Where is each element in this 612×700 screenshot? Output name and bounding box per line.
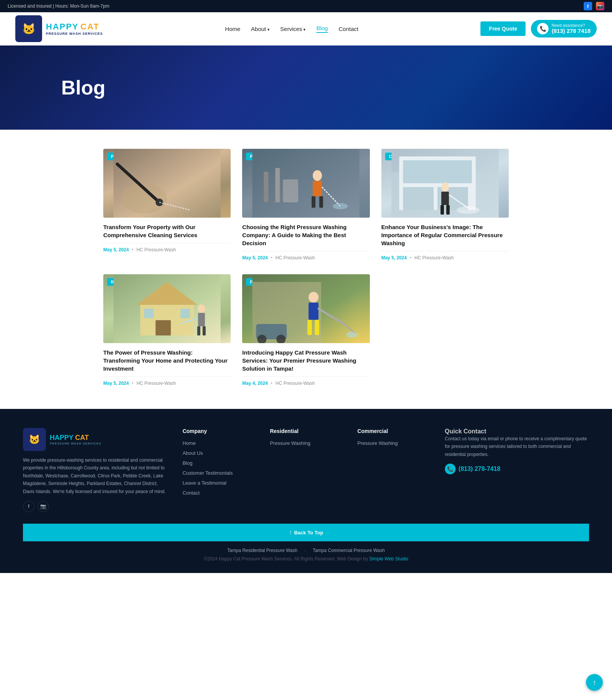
- logo-cat: CAT: [80, 22, 99, 31]
- logo-image: 🐱: [15, 15, 42, 42]
- logo-text: HAPPY CAT PRESSURE WASH SERVICES: [46, 22, 103, 36]
- footer-company-link[interactable]: Contact: [182, 490, 200, 496]
- footer-residential-link[interactable]: Pressure Washing: [270, 440, 311, 446]
- phone-icon: 📞: [537, 23, 549, 34]
- blog-card-image: Pressure Washing: [242, 274, 369, 343]
- blog-card[interactable]: Commercial Pressure Washing Enhance Your…: [381, 149, 509, 260]
- logo-area[interactable]: 🐱 HAPPY CAT PRESSURE WASH SERVICES: [15, 15, 103, 42]
- footer-quick-contact-desc: Contact us today via email or phone to r…: [445, 435, 589, 458]
- blog-grid: Pressure Washing Transform Your Property…: [103, 149, 509, 386]
- blog-card-image: Residential Pressure Washing: [103, 274, 231, 343]
- footer-quick-contact-title: Quick Contact: [445, 428, 589, 435]
- header: 🐱 HAPPY CAT PRESSURE WASH SERVICES Home …: [0, 12, 612, 46]
- facebook-icon[interactable]: f: [584, 2, 592, 10]
- blog-dot: •: [271, 381, 272, 386]
- page-title: Blog: [61, 76, 106, 99]
- footer-logo-area: 🐱 HAPPY CAT PRESSURE WASH SERVICES We pr…: [23, 428, 167, 512]
- phone-button[interactable]: 📞 Need assistance? (813) 278 7418: [531, 20, 597, 37]
- footer-logo-sub: PRESSURE WASH SERVICES: [50, 442, 101, 445]
- blog-card[interactable]: Pressure Washing Choosing the Right Pres…: [242, 149, 369, 260]
- blog-card-image: Pressure Washing: [242, 149, 369, 218]
- svg-point-46: [346, 332, 358, 338]
- nav-home[interactable]: Home: [225, 26, 240, 32]
- blog-card[interactable]: Pressure Washing Transform Your Property…: [103, 149, 231, 260]
- svg-rect-31: [144, 309, 154, 318]
- copyright-text: ©2024 Happy Cat Pressure Wash Services. …: [204, 556, 369, 562]
- blog-dot: •: [410, 255, 411, 260]
- footer-company-col: Company HomeAbout UsBlogCustomer Testimo…: [182, 428, 255, 512]
- instagram-icon[interactable]: 📷: [596, 2, 604, 10]
- blog-card-title: Introducing Happy Cat Pressure Wash Serv…: [242, 348, 369, 373]
- svg-point-33: [198, 304, 205, 313]
- svg-rect-22: [441, 192, 449, 205]
- svg-rect-6: [264, 172, 269, 202]
- footer: 🐱 HAPPY CAT PRESSURE WASH SERVICES We pr…: [0, 409, 612, 573]
- footer-phone[interactable]: 📞 (813) 278-7418: [445, 464, 589, 474]
- blog-card-meta: May 5, 2024 • HC Pressure-Wash: [103, 376, 231, 386]
- top-bar: Licensed and Insured | Hours: Mon-Sun 8a…: [0, 0, 612, 12]
- blog-hero: Blog: [0, 46, 612, 130]
- footer-company-link[interactable]: Customer Testimonials: [182, 470, 233, 476]
- footer-facebook-icon[interactable]: f: [23, 501, 34, 512]
- blog-card-title: Transform Your Property with Our Compreh…: [103, 223, 231, 239]
- card-img-bg: [103, 149, 231, 218]
- card-img-bg: [103, 274, 231, 343]
- blog-card[interactable]: Residential Pressure Washing The Power o…: [103, 274, 231, 386]
- svg-point-9: [313, 170, 322, 181]
- svg-point-26: [456, 206, 479, 214]
- svg-rect-30: [156, 320, 171, 335]
- blog-author: HC Pressure-Wash: [137, 247, 176, 252]
- blog-date: May 5, 2024: [103, 381, 129, 386]
- footer-logo-cat: CAT: [75, 434, 89, 441]
- footer-copyright: ©2024 Happy Cat Pressure Wash Services. …: [23, 556, 589, 562]
- free-quote-button[interactable]: Free Quote: [480, 21, 526, 36]
- blog-date: May 5, 2024: [242, 255, 268, 260]
- footer-commercial-link[interactable]: Pressure Washing: [357, 440, 398, 446]
- footer-phone-icon: 📞: [445, 464, 456, 474]
- footer-phone-number: (813) 278-7418: [459, 466, 500, 472]
- footer-company-link[interactable]: About Us: [182, 450, 203, 456]
- footer-residential-col: Residential Pressure Washing: [270, 428, 342, 512]
- svg-rect-7: [275, 168, 280, 202]
- blog-date: May 5, 2024: [381, 255, 407, 260]
- nav-services[interactable]: Services: [280, 26, 306, 32]
- svg-rect-41: [309, 303, 319, 320]
- blog-date: May 5, 2024: [103, 247, 129, 252]
- nav-contact[interactable]: Contact: [339, 26, 358, 32]
- blog-card-meta: May 5, 2024 • HC Pressure-Wash: [242, 251, 369, 260]
- svg-rect-23: [440, 205, 444, 215]
- web-designer-link[interactable]: Simple Web Studio: [369, 556, 408, 562]
- blog-author: HC Pressure-Wash: [275, 381, 315, 386]
- footer-description: We provide pressure-washing services to …: [23, 456, 167, 495]
- back-to-top-label: Back To Top: [294, 530, 323, 536]
- back-to-top-bar[interactable]: ↑Back To Top: [23, 524, 589, 541]
- blog-section: Pressure Washing Transform Your Property…: [96, 130, 516, 409]
- svg-rect-12: [319, 196, 323, 208]
- svg-rect-10: [313, 181, 322, 196]
- footer-instagram-icon[interactable]: 📷: [37, 501, 49, 512]
- blog-author: HC Pressure-Wash: [415, 255, 454, 260]
- svg-rect-42: [308, 320, 312, 335]
- footer-quick-contact: Quick Contact Contact us today via email…: [445, 428, 589, 512]
- card-img-bg: [381, 149, 509, 218]
- footer-residential-links: Pressure Washing: [270, 440, 342, 446]
- nav-about[interactable]: About: [251, 26, 269, 32]
- blog-card-meta: May 5, 2024 • HC Pressure-Wash: [381, 251, 509, 260]
- footer-social: f 📷: [23, 501, 167, 512]
- logo-sub: PRESSURE WASH SERVICES: [46, 32, 103, 36]
- nav-blog[interactable]: Blog: [316, 25, 328, 33]
- blog-date: May 4, 2024: [242, 381, 268, 386]
- footer-bottom-link[interactable]: Tampa Commercial Pressure Wash: [308, 548, 390, 553]
- footer-company-link[interactable]: Blog: [182, 460, 192, 466]
- footer-company-link[interactable]: Home: [182, 440, 196, 446]
- footer-company-title: Company: [182, 428, 255, 434]
- svg-point-40: [309, 292, 319, 303]
- blog-card-title: Enhance Your Business's Image: The Impor…: [381, 223, 509, 247]
- footer-bottom-links: Tampa Residential Pressure Wash-Tampa Co…: [23, 541, 589, 553]
- footer-commercial-col: Commercial Pressure Washing: [357, 428, 430, 512]
- blog-card[interactable]: Pressure Washing Introducing Happy Ca: [242, 274, 369, 386]
- svg-point-14: [333, 203, 348, 209]
- logo-happy: HAPPY: [46, 22, 79, 31]
- footer-bottom-link[interactable]: Tampa Residential Pressure Wash: [222, 548, 303, 553]
- footer-company-link[interactable]: Leave a Testimonial: [182, 480, 226, 486]
